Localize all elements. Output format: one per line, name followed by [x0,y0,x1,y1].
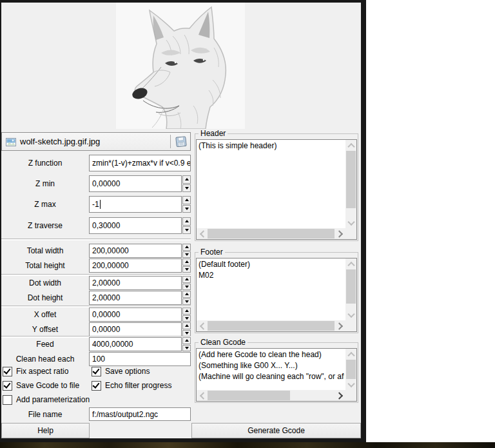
total-width-value: 200,00000 [92,246,129,255]
horizontal-scrollbar[interactable] [197,390,345,401]
scrollbar-corner [345,320,356,331]
field-row-z-traverse: Z traverse 0,30000 [1,217,191,234]
text-caret [100,200,101,209]
file-name-value: f:/mast/output2.ngc [92,410,158,419]
total-height-input[interactable]: 200,00000 [89,258,182,273]
dot-width-input[interactable]: 2,00000 [89,276,182,290]
help-button[interactable]: Help [1,423,90,438]
clean-gcode-textarea[interactable]: (Add here Gcode to clean the head) (Some… [196,348,357,402]
clean-head-each-input[interactable]: 100 [89,352,191,366]
save-icon[interactable] [175,135,188,148]
spin-up-button[interactable] [182,196,191,204]
spin-down-button[interactable] [182,315,191,322]
wolf-preview-image [116,3,245,129]
window-frame: wolf-sketch.jpg.gif.jpg Z function zmin*… [0,0,366,442]
footer-textarea[interactable]: (Default footer) M02 [196,258,357,332]
feed-value: 4000,00000 [92,340,133,349]
selected-image-filename: wolf-sketch.jpg.gif.jpg [20,133,100,150]
spin-down-button[interactable] [182,184,191,193]
z-function-input[interactable]: zmin*(1-v)+zmax*v if v<0.9 e [89,155,191,171]
scroll-up-icon[interactable] [345,140,356,151]
spin-down-button[interactable] [182,345,191,352]
vertical-scrollbar[interactable] [345,349,356,390]
scroll-left-icon[interactable] [197,228,208,239]
scrollbar-thumb[interactable] [346,360,356,379]
checkbox-box[interactable] [92,381,101,391]
spin-up-button[interactable] [182,337,191,344]
footer-group-title: Footer [199,248,225,257]
spin-up-button[interactable] [182,322,191,329]
x-offset-value: 0,00000 [92,310,120,319]
checkbox-box[interactable] [3,395,12,405]
field-row-dot-height: Dot height 2,00000 [1,291,191,305]
scroll-up-icon[interactable] [345,258,356,269]
spin-up-button[interactable] [182,217,191,226]
dot-width-spinner [182,276,191,290]
checkbox-save-options[interactable]: Save options [92,366,150,376]
z-min-value: 0,00000 [92,179,120,188]
spin-up-button[interactable] [182,175,191,184]
z-max-label: Z max [1,196,89,213]
header-textarea[interactable]: (This is simple header) [196,139,357,240]
checkbox-box[interactable] [92,367,101,376]
header-group: Header (This is simple header) [195,133,358,241]
spin-down-button[interactable] [182,266,191,273]
scrollbar-thumb[interactable] [208,391,290,400]
horizontal-scrollbar[interactable] [197,228,345,239]
scroll-left-icon[interactable] [197,390,208,401]
clean-head-each-value: 100 [92,355,105,364]
feed-input[interactable]: 4000,00000 [89,337,182,351]
scroll-left-icon[interactable] [197,320,208,331]
spin-down-button[interactable] [182,251,191,258]
y-offset-input[interactable]: 0,00000 [89,322,182,336]
scroll-up-icon[interactable] [345,349,356,360]
scroll-down-icon[interactable] [345,309,356,320]
z-function-value: zmin*(1-v)+zmax*v if v<0.9 e [92,159,191,168]
spin-up-button[interactable] [182,276,191,283]
spin-up-button[interactable] [182,258,191,266]
field-row-clean-head-each: Clean head each 100 [1,352,191,366]
checkbox-box[interactable] [3,381,12,391]
vertical-scrollbar[interactable] [345,140,356,228]
scroll-down-icon[interactable] [345,379,356,390]
scroll-right-icon[interactable] [335,390,345,401]
checkbox-box[interactable] [3,367,12,376]
spin-up-button[interactable] [182,291,191,298]
dot-height-input[interactable]: 2,00000 [89,291,182,305]
generate-gcode-button[interactable]: Generate Gcode [191,423,361,438]
z-min-input[interactable]: 0,00000 [89,175,182,192]
checkbox-add-parameterization[interactable]: Add parameterization [3,394,90,405]
checkbox-echo-filter-progress[interactable]: Echo filter progress [92,380,171,391]
x-offset-input[interactable]: 0,00000 [89,307,182,322]
spin-down-button[interactable] [182,226,191,235]
checkbox-fix-aspect-ratio[interactable]: Fix aspect ratio [3,366,68,376]
scrollbar-thumb[interactable] [208,321,335,331]
spin-up-button[interactable] [182,307,191,315]
scrollbar-thumb[interactable] [346,151,356,208]
scrollbar-thumb[interactable] [346,269,356,304]
scrollbar-thumb[interactable] [208,229,335,239]
total-width-spinner [182,244,191,258]
image-file-selector[interactable]: wolf-sketch.jpg.gif.jpg [1,132,191,151]
horizontal-scrollbar[interactable] [197,320,345,331]
scroll-right-icon[interactable] [335,228,345,239]
z-traverse-label: Z traverse [1,217,89,234]
spin-down-button[interactable] [182,298,191,306]
scroll-down-icon[interactable] [345,217,356,228]
total-width-input[interactable]: 200,00000 [89,244,182,258]
spin-up-button[interactable] [182,244,191,251]
file-name-input[interactable]: f:/mast/output2.ngc [89,407,191,421]
scroll-right-icon[interactable] [335,320,345,331]
checkbox-label: Add parameterization [16,395,90,404]
dot-height-label: Dot height [1,291,89,305]
dot-width-label: Dot width [1,276,89,290]
spin-down-button[interactable] [182,205,191,213]
feed-label: Feed [1,337,89,351]
scrollbar-corner [345,228,356,239]
x-offset-spinner [182,307,191,322]
z-traverse-input[interactable]: 0,30000 [89,217,182,234]
z-max-input[interactable]: -1 [89,196,182,213]
spin-down-button[interactable] [182,284,191,291]
vertical-scrollbar[interactable] [345,258,356,320]
checkbox-save-gcode-to-file[interactable]: Save Gcode to file [3,380,79,391]
